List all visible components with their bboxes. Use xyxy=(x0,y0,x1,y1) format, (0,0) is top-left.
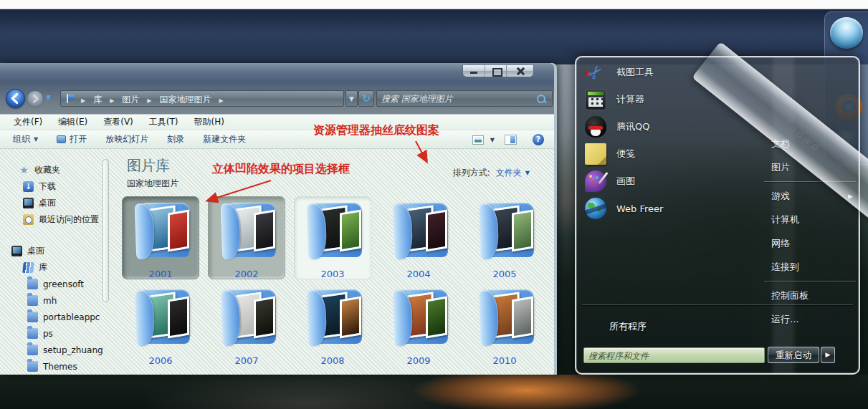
toolbar-button[interactable]: 组织▼ xyxy=(13,133,38,145)
command-toolbar: 组织▼打开放映幻灯片刻录新建文件夹 ▼ ? xyxy=(0,130,554,149)
navigation-row: ▼ ▶库▶图片▶国家地理图片▶ ▼ ↻ xyxy=(0,87,554,109)
sidebar-item-库[interactable]: 库 xyxy=(0,259,113,276)
dock-sphere-icon[interactable] xyxy=(830,17,863,49)
sidebar-item-Themes[interactable]: Themes xyxy=(0,358,113,375)
folder-stack-icon xyxy=(302,288,368,350)
start-program-label: 腾讯QQ xyxy=(616,120,649,133)
folder-item-2003[interactable]: 2003 xyxy=(295,196,376,281)
folder-name: 2010 xyxy=(467,355,542,366)
breadcrumb-segment[interactable]: 国家地理图片 xyxy=(156,95,214,105)
search-icon[interactable] xyxy=(536,94,546,104)
folder-item-2009[interactable]: 2009 xyxy=(381,283,462,367)
start-search-box[interactable] xyxy=(583,347,765,363)
start-place-计算机[interactable]: 计算机 xyxy=(763,208,857,231)
start-place-文档[interactable]: 文档 xyxy=(763,132,857,155)
restart-button[interactable]: 重新启动 xyxy=(768,347,819,363)
help-icon[interactable]: ? xyxy=(533,134,544,145)
chevron-down-icon[interactable]: ▼ xyxy=(525,170,530,176)
power-options-arrow-button[interactable]: ▶ xyxy=(821,347,835,363)
start-place-连接到[interactable]: 连接到 xyxy=(763,255,857,279)
folder-item-2007[interactable]: 2007 xyxy=(209,283,290,367)
refresh-button[interactable]: ↻ xyxy=(358,90,374,107)
start-menu-separator xyxy=(763,279,857,284)
folder-stack-icon xyxy=(474,201,540,263)
folder-item-2004[interactable]: 2004 xyxy=(381,196,462,281)
start-search-input[interactable] xyxy=(584,349,764,363)
start-place-图片[interactable]: 图片 xyxy=(763,155,857,179)
close-button[interactable] xyxy=(506,65,533,77)
menu-item[interactable]: 编辑(E) xyxy=(50,116,95,128)
folder-stack-icon xyxy=(388,201,454,263)
change-view-icon[interactable] xyxy=(472,135,484,145)
explorer-search-input[interactable] xyxy=(377,94,536,104)
sidebar-item-桌面[interactable]: 桌面 xyxy=(0,243,113,259)
arrange-by-control[interactable]: 排列方式: 文件夹 ▼ xyxy=(453,167,530,179)
start-program-snipping-tool[interactable]: 截图工具 xyxy=(581,59,761,86)
address-dropdown-button[interactable]: ▼ xyxy=(345,90,358,107)
paint-icon xyxy=(585,170,606,192)
start-program-paint[interactable]: 画图 xyxy=(581,168,761,195)
preview-pane-icon[interactable] xyxy=(505,135,517,145)
start-program-sticky-note[interactable]: 便笺 xyxy=(581,140,761,168)
start-place-运行...[interactable]: 运行... xyxy=(763,307,857,331)
menu-item[interactable]: 工具(T) xyxy=(141,116,186,128)
start-place-label: 控制面板 xyxy=(771,289,809,302)
toolbar-button[interactable]: 打开 xyxy=(57,133,87,145)
sidebar-item-mh[interactable]: mh xyxy=(0,292,113,309)
start-place-label: 图片 xyxy=(771,161,790,174)
sidebar-item-收藏夹[interactable]: 收藏夹 xyxy=(0,162,113,178)
start-place-网络[interactable]: 网络 xyxy=(763,231,857,255)
toolbar-button[interactable]: 新建文件夹 xyxy=(203,133,246,145)
explorer-search-box[interactable] xyxy=(376,90,553,107)
breadcrumb-segment[interactable]: 库 xyxy=(90,95,105,105)
recent-icon xyxy=(23,214,34,225)
menu-item[interactable]: 帮助(H) xyxy=(186,116,232,128)
sidebar-item-label: ps xyxy=(43,329,53,339)
toolbar-button[interactable]: 刻录 xyxy=(167,133,184,145)
breadcrumb-segment[interactable]: 图片 xyxy=(118,95,143,105)
qq-icon xyxy=(585,116,606,138)
sidebar-item-greensoft[interactable]: greensoft xyxy=(0,276,113,292)
sidebar-item-下载[interactable]: 下载 xyxy=(0,178,113,195)
start-program-label: 画图 xyxy=(616,175,635,188)
desktop-icon xyxy=(11,246,22,256)
sidebar-item-桌面[interactable]: 桌面 xyxy=(0,195,113,211)
start-program-qq[interactable]: 腾讯QQ xyxy=(581,113,761,140)
photo-thumbnail xyxy=(340,297,361,339)
toolbar-button[interactable]: 放映幻灯片 xyxy=(105,133,148,145)
breadcrumb-arrow-icon: ▶ xyxy=(77,97,90,104)
all-programs-button[interactable]: 所有程序 xyxy=(609,320,647,333)
sidebar-scrollbar-thumb[interactable] xyxy=(102,159,109,302)
sidebar-item-最近访问的位置[interactable]: 最近访问的位置 xyxy=(0,211,113,228)
folder-item-2002[interactable]: 2002 xyxy=(209,196,290,281)
minimize-button[interactable] xyxy=(463,65,485,77)
maximize-button[interactable] xyxy=(485,65,506,77)
sidebar-item-setup_zhuang[interactable]: setup_zhuang xyxy=(0,342,113,358)
menu-item[interactable]: 文件(F) xyxy=(6,116,50,128)
start-place-游戏[interactable]: 游戏▶ xyxy=(763,184,857,208)
folder-item-2005[interactable]: 2005 xyxy=(467,196,548,281)
back-button[interactable] xyxy=(6,89,25,108)
sidebar-item-label: mh xyxy=(43,296,57,306)
explorer-window: ▼ ▶库▶图片▶国家地理图片▶ ▼ ↻ 文件(F)编辑(E)查看(V)工具(T)… xyxy=(0,63,557,375)
sidebar-item-label: 桌面 xyxy=(39,197,56,209)
address-breadcrumb[interactable]: ▶库▶图片▶国家地理图片▶ xyxy=(60,90,344,107)
arrange-by-value[interactable]: 文件夹 xyxy=(496,167,522,179)
breadcrumb-arrow-icon: ▶ xyxy=(143,97,156,104)
star-icon xyxy=(19,165,29,175)
folder-item-2010[interactable]: 2010 xyxy=(467,283,548,367)
menu-bar: 文件(F)编辑(E)查看(V)工具(T)帮助(H) xyxy=(0,115,554,130)
start-program-label: 便笺 xyxy=(616,148,635,160)
start-program-calculator[interactable]: 计算器 xyxy=(581,86,761,113)
folder-item-2001[interactable]: 2001 xyxy=(123,196,204,281)
folder-item-2006[interactable]: 2006 xyxy=(123,283,204,367)
sidebar-item-portableappc[interactable]: portableappc xyxy=(0,309,113,325)
start-program-web-freer[interactable]: Web Freer xyxy=(581,195,761,222)
forward-button[interactable] xyxy=(27,90,44,107)
menu-item[interactable]: 查看(V) xyxy=(95,116,141,128)
folder-item-2008[interactable]: 2008 xyxy=(295,283,376,367)
sidebar-item-ps[interactable]: ps xyxy=(0,325,113,342)
recent-pages-dropdown[interactable]: ▼ xyxy=(46,94,51,101)
change-view-caret-icon[interactable]: ▼ xyxy=(490,137,495,143)
toolbar-button-label: 组织 xyxy=(13,133,30,145)
